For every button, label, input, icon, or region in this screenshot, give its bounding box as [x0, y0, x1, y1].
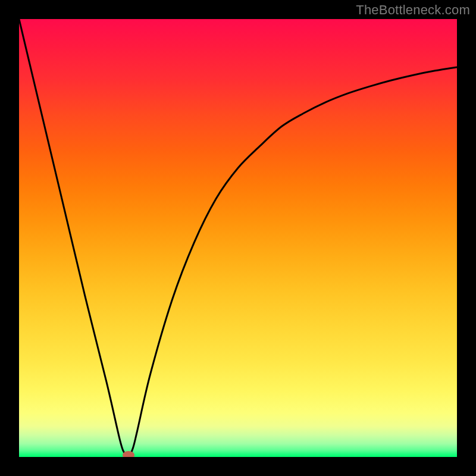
bottleneck-curve [19, 19, 457, 457]
chart-frame: TheBottleneck.com [0, 0, 476, 476]
plot-area [19, 19, 457, 457]
curve-layer [19, 19, 457, 457]
watermark-text: TheBottleneck.com [356, 2, 470, 18]
